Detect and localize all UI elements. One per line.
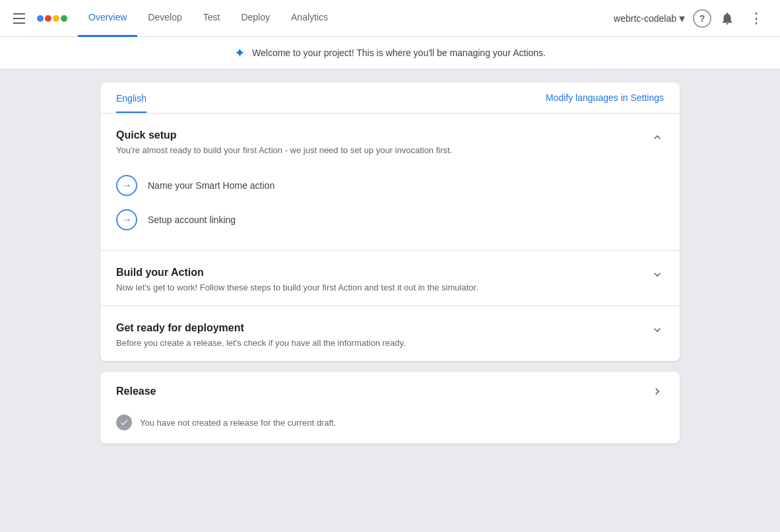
release-content: You have not created a release for the c… <box>100 415 680 444</box>
quick-setup-header[interactable]: Quick setup You're almost ready to build… <box>100 114 680 168</box>
quick-setup-chevron-up-icon <box>651 131 664 147</box>
check-circle-icon <box>116 415 132 430</box>
build-action-header[interactable]: Build your Action Now let's get to work!… <box>100 251 680 306</box>
more-options-button[interactable]: ⋮ <box>743 5 769 32</box>
help-button[interactable]: ? <box>693 9 711 28</box>
release-title: Release <box>116 385 156 397</box>
deployment-desc: Before you create a release, let's check… <box>116 338 406 348</box>
build-action-section: Build your Action Now let's get to work!… <box>100 251 680 306</box>
deployment-chevron-down-icon <box>651 323 664 340</box>
logo-dot-yellow <box>53 15 59 22</box>
top-navigation: Overview Develop Test Deploy Analytics w… <box>0 0 780 37</box>
name-action-arrow-icon: → <box>116 175 137 196</box>
build-action-title: Build your Action <box>116 267 478 279</box>
deployment-header-text: Get ready for deployment Before you crea… <box>116 322 406 348</box>
quick-setup-items: → Name your Smart Home action → Setup ac… <box>100 168 680 250</box>
modify-languages-link[interactable]: Modify languages in Settings <box>546 92 664 103</box>
nav-tab-overview[interactable]: Overview <box>78 0 137 37</box>
topnav-left: Overview Develop Test Deploy Analytics <box>11 0 608 37</box>
nav-tabs: Overview Develop Test Deploy Analytics <box>78 0 339 37</box>
nav-tab-develop[interactable]: Develop <box>137 0 192 37</box>
quick-setup-title: Quick setup <box>116 129 452 141</box>
project-selector[interactable]: webrtc-codelab ▾ <box>608 7 690 30</box>
logo-dot-green <box>61 15 67 22</box>
release-notice-text: You have not created a release for the c… <box>140 418 336 428</box>
deployment-title: Get ready for deployment <box>116 322 406 334</box>
deployment-header[interactable]: Get ready for deployment Before you crea… <box>100 306 680 361</box>
logo-dot-blue <box>37 15 44 22</box>
account-linking-arrow-icon: → <box>116 209 137 230</box>
topnav-right: webrtc-codelab ▾ ? ⋮ <box>608 5 769 32</box>
build-action-header-text: Build your Action Now let's get to work!… <box>116 267 478 292</box>
project-name: webrtc-codelab <box>614 13 676 24</box>
language-tab-english[interactable]: English <box>116 83 146 113</box>
google-logo <box>37 15 67 22</box>
hamburger-menu-button[interactable] <box>11 11 26 26</box>
account-linking-label: Setup account linking <box>148 215 236 225</box>
language-tab-bar: English Modify languages in Settings <box>100 83 680 114</box>
welcome-text: Welcome to your project! This is where y… <box>252 48 546 58</box>
logo-dot-red <box>45 15 51 22</box>
quick-setup-desc: You're almost ready to build your first … <box>116 145 452 155</box>
sparkle-icon: ✦ <box>234 45 245 61</box>
release-chevron-right-icon <box>651 385 664 401</box>
quick-setup-header-text: Quick setup You're almost ready to build… <box>116 129 452 155</box>
nav-tab-analytics[interactable]: Analytics <box>280 0 339 37</box>
name-action-item[interactable]: → Name your Smart Home action <box>116 168 664 203</box>
account-linking-item[interactable]: → Setup account linking <box>116 203 664 237</box>
notifications-button[interactable] <box>714 5 740 32</box>
main-content: English Modify languages in Settings Qui… <box>0 69 780 457</box>
quick-setup-section: Quick setup You're almost ready to build… <box>100 114 680 251</box>
name-action-label: Name your Smart Home action <box>148 180 275 191</box>
build-action-chevron-down-icon <box>651 268 664 284</box>
nav-tab-test[interactable]: Test <box>193 0 231 37</box>
main-card: English Modify languages in Settings Qui… <box>100 83 680 361</box>
deployment-section: Get ready for deployment Before you crea… <box>100 306 680 361</box>
release-header[interactable]: Release <box>100 372 680 415</box>
nav-tab-deploy[interactable]: Deploy <box>230 0 280 37</box>
dropdown-arrow-icon: ▾ <box>679 11 685 26</box>
release-card: Release You have not created a release f… <box>100 372 680 444</box>
build-action-desc: Now let's get to work! Follow these step… <box>116 283 478 292</box>
welcome-banner: ✦ Welcome to your project! This is where… <box>0 37 780 69</box>
